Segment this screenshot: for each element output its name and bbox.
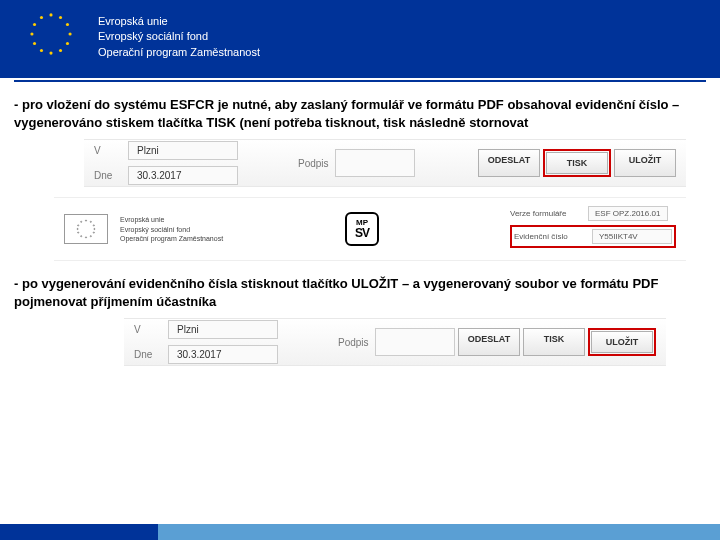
v-value: Plzni <box>168 320 278 339</box>
paragraph-1: - pro vložení do systému ESFCR je nutné,… <box>14 96 706 131</box>
tisk-highlight: TISK <box>543 149 611 177</box>
header-banner: Evropská unie Evropský sociální fond Ope… <box>0 0 720 78</box>
svg-point-13 <box>90 221 91 222</box>
svg-point-2 <box>66 23 69 26</box>
figure-header-evidence: Evropská unie Evropský sociální fond Ope… <box>54 197 686 261</box>
figure-form-tisk: V Plzni Dne 30.3.2017 Podpis ODESLAT TIS… <box>84 139 686 187</box>
svg-point-19 <box>81 236 82 237</box>
eu-flag <box>12 8 90 60</box>
svg-point-9 <box>30 32 33 35</box>
tisk-button[interactable]: TISK <box>523 328 585 356</box>
form-row: V Plzni Dne 30.3.2017 Podpis ODESLAT TIS… <box>84 139 686 187</box>
svg-point-11 <box>40 16 43 19</box>
eu-stars-icon <box>25 8 77 60</box>
odeslat-button[interactable]: ODESLAT <box>458 328 520 356</box>
header-line1: Evropská unie <box>98 14 260 29</box>
mini-line3: Operační program Zaměstnanost <box>120 234 223 243</box>
dne-value: 30.3.2017 <box>128 166 238 185</box>
ulozit-highlight: ULOŽIT <box>588 328 656 356</box>
mini-header-text: Evropská unie Evropský sociální fond Ope… <box>120 215 223 242</box>
verze-value: ESF OPZ.2016.01 <box>588 206 668 221</box>
svg-point-0 <box>49 13 52 16</box>
mini-line1: Evropská unie <box>120 215 223 224</box>
mpsv-bot: SV <box>355 227 369 239</box>
svg-point-14 <box>93 225 94 226</box>
eu-stars-icon <box>74 217 98 241</box>
svg-point-10 <box>33 23 36 26</box>
podpis-label: Podpis <box>298 158 329 169</box>
svg-point-15 <box>94 228 95 229</box>
svg-point-22 <box>78 225 79 226</box>
svg-point-20 <box>78 232 79 233</box>
footer-bar <box>0 524 720 540</box>
dne-value: 30.3.2017 <box>168 345 278 364</box>
dne-label: Dne <box>94 170 122 181</box>
paragraph-2: - po vygenerování evidenčního čísla stis… <box>14 275 706 310</box>
v-label: V <box>134 324 162 335</box>
svg-point-18 <box>85 237 86 238</box>
mini-line2: Evropský sociální fond <box>120 225 223 234</box>
svg-point-1 <box>59 16 62 19</box>
svg-point-21 <box>77 228 78 229</box>
svg-point-7 <box>40 49 43 52</box>
svg-point-3 <box>69 32 72 35</box>
v-label: V <box>94 145 122 156</box>
svg-point-6 <box>49 52 52 55</box>
svg-point-16 <box>93 232 94 233</box>
figure-form-ulozit: V Plzni Dne 30.3.2017 Podpis ODESLAT TIS… <box>124 318 666 366</box>
v-value: Plzni <box>128 141 238 160</box>
odeslat-button[interactable]: ODESLAT <box>478 149 540 177</box>
mini-eu-flag <box>64 214 108 244</box>
evid-value: Y55IIKT4V <box>592 229 672 244</box>
podpis-field <box>335 149 415 177</box>
form-row: V Plzni Dne 30.3.2017 Podpis ODESLAT TIS… <box>124 318 666 366</box>
svg-point-8 <box>33 42 36 45</box>
evid-label: Evidenční číslo <box>514 232 586 241</box>
header-line3: Operační program Zaměstnanost <box>98 45 260 60</box>
svg-point-4 <box>66 42 69 45</box>
header-text: Evropská unie Evropský sociální fond Ope… <box>98 8 260 60</box>
svg-point-12 <box>85 220 86 221</box>
podpis-label: Podpis <box>338 337 369 348</box>
content: - pro vložení do systému ESFCR je nutné,… <box>0 82 720 366</box>
header-line2: Evropský sociální fond <box>98 29 260 44</box>
verze-label: Verze formuláře <box>510 209 582 218</box>
mpsv-logo: MP SV <box>345 212 379 246</box>
dne-label: Dne <box>134 349 162 360</box>
svg-point-23 <box>81 221 82 222</box>
form-metadata: Verze formuláře ESF OPZ.2016.01 Evidenčn… <box>510 206 676 252</box>
tisk-button[interactable]: TISK <box>546 152 608 174</box>
podpis-field <box>375 328 455 356</box>
ulozit-button[interactable]: ULOŽIT <box>591 331 653 353</box>
ulozit-button[interactable]: ULOŽIT <box>614 149 676 177</box>
svg-point-5 <box>59 49 62 52</box>
svg-point-17 <box>90 236 91 237</box>
